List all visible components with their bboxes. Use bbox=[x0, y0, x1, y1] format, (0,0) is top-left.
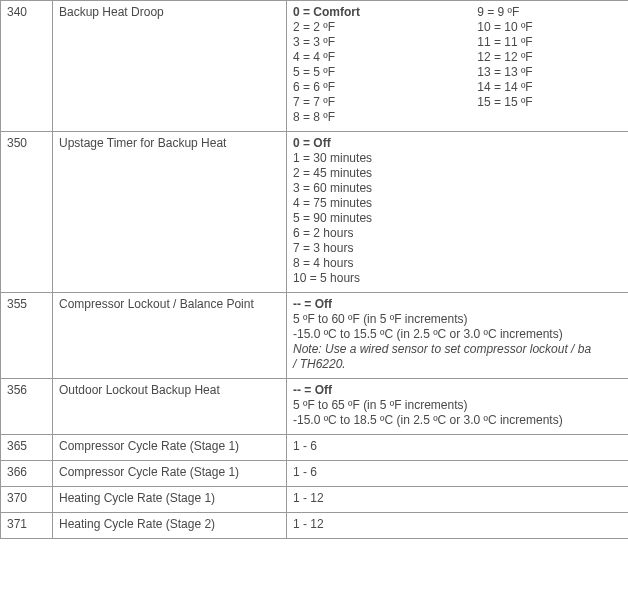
value-line: 8 = 4 hours bbox=[293, 256, 622, 271]
value-line: 2 = 2 ºF bbox=[293, 20, 477, 35]
row-name: Compressor Lockout / Balance Point bbox=[53, 293, 287, 379]
row-id: 371 bbox=[1, 513, 53, 539]
value-line: 5 = 90 minutes bbox=[293, 211, 622, 226]
table-row: 355 Compressor Lockout / Balance Point -… bbox=[1, 293, 629, 379]
value-line: 14 = 14 ºF bbox=[477, 80, 622, 95]
value-text: 1 - 12 bbox=[293, 491, 324, 505]
value-text: 1 - 6 bbox=[293, 439, 317, 453]
value-line: 7 = 7 ºF bbox=[293, 95, 477, 110]
value-head: 0 = Off bbox=[293, 136, 622, 151]
value-line: 9 = 9 ºF bbox=[477, 5, 622, 20]
table-row: 340 Backup Heat Droop 0 = Comfort 2 = 2 … bbox=[1, 1, 629, 132]
value-line: 7 = 3 hours bbox=[293, 241, 622, 256]
row-values: 0 = Comfort 2 = 2 ºF 3 = 3 ºF 4 = 4 ºF 5… bbox=[287, 1, 629, 132]
row-name: Outdoor Lockout Backup Heat bbox=[53, 379, 287, 435]
value-line: 12 = 12 ºF bbox=[477, 50, 622, 65]
row-values: 1 - 6 bbox=[287, 435, 629, 461]
value-note: / TH6220. bbox=[293, 357, 622, 372]
row-values: -- = Off 5 ºF to 65 ºF (in 5 ºF incremen… bbox=[287, 379, 629, 435]
value-head: -- = Off bbox=[293, 383, 622, 398]
value-line: 5 ºF to 60 ºF (in 5 ºF increments) bbox=[293, 312, 622, 327]
value-line: 1 = 30 minutes bbox=[293, 151, 622, 166]
value-line: 4 = 75 minutes bbox=[293, 196, 622, 211]
row-id: 355 bbox=[1, 293, 53, 379]
value-line: 10 = 5 hours bbox=[293, 271, 622, 286]
value-text: 1 - 6 bbox=[293, 465, 317, 479]
table-row: 370 Heating Cycle Rate (Stage 1) 1 - 12 bbox=[1, 487, 629, 513]
row-values: 1 - 12 bbox=[287, 487, 629, 513]
row-id: 350 bbox=[1, 132, 53, 293]
table-row: 371 Heating Cycle Rate (Stage 2) 1 - 12 bbox=[1, 513, 629, 539]
table-row: 365 Compressor Cycle Rate (Stage 1) 1 - … bbox=[1, 435, 629, 461]
value-line: -15.0 ºC to 18.5 ºC (in 2.5 ºC or 3.0 ºC… bbox=[293, 413, 622, 428]
row-id: 340 bbox=[1, 1, 53, 132]
row-values: 1 - 12 bbox=[287, 513, 629, 539]
row-id: 366 bbox=[1, 461, 53, 487]
value-line: 10 = 10 ºF bbox=[477, 20, 622, 35]
settings-table: 340 Backup Heat Droop 0 = Comfort 2 = 2 … bbox=[0, 0, 628, 539]
table-row: 366 Compressor Cycle Rate (Stage 1) 1 - … bbox=[1, 461, 629, 487]
row-id: 365 bbox=[1, 435, 53, 461]
table-row: 356 Outdoor Lockout Backup Heat -- = Off… bbox=[1, 379, 629, 435]
value-line: 5 = 5 ºF bbox=[293, 65, 477, 80]
value-line: 6 = 6 ºF bbox=[293, 80, 477, 95]
row-name: Upstage Timer for Backup Heat bbox=[53, 132, 287, 293]
row-values: -- = Off 5 ºF to 60 ºF (in 5 ºF incremen… bbox=[287, 293, 629, 379]
row-name: Backup Heat Droop bbox=[53, 1, 287, 132]
value-line: 6 = 2 hours bbox=[293, 226, 622, 241]
value-line: 11 = 11 ºF bbox=[477, 35, 622, 50]
value-line: 15 = 15 ºF bbox=[477, 95, 622, 110]
row-name: Compressor Cycle Rate (Stage 1) bbox=[53, 435, 287, 461]
value-line: 2 = 45 minutes bbox=[293, 166, 622, 181]
row-id: 356 bbox=[1, 379, 53, 435]
value-head: -- = Off bbox=[293, 297, 622, 312]
table-row: 350 Upstage Timer for Backup Heat 0 = Of… bbox=[1, 132, 629, 293]
value-line: 8 = 8 ºF bbox=[293, 110, 477, 125]
row-name: Heating Cycle Rate (Stage 2) bbox=[53, 513, 287, 539]
value-line: -15.0 ºC to 15.5 ºC (in 2.5 ºC or 3.0 ºC… bbox=[293, 327, 622, 342]
row-name: Compressor Cycle Rate (Stage 1) bbox=[53, 461, 287, 487]
value-line: 3 = 60 minutes bbox=[293, 181, 622, 196]
value-note: Note: Use a wired sensor to set compress… bbox=[293, 342, 622, 357]
row-values: 0 = Off 1 = 30 minutes 2 = 45 minutes 3 … bbox=[287, 132, 629, 293]
row-name: Heating Cycle Rate (Stage 1) bbox=[53, 487, 287, 513]
value-text: 1 - 12 bbox=[293, 517, 324, 531]
value-line: 3 = 3 ºF bbox=[293, 35, 477, 50]
value-line: 4 = 4 ºF bbox=[293, 50, 477, 65]
row-id: 370 bbox=[1, 487, 53, 513]
value-line: 13 = 13 ºF bbox=[477, 65, 622, 80]
row-values: 1 - 6 bbox=[287, 461, 629, 487]
value-head: 0 = Comfort bbox=[293, 5, 477, 20]
value-line: 5 ºF to 65 ºF (in 5 ºF increments) bbox=[293, 398, 622, 413]
